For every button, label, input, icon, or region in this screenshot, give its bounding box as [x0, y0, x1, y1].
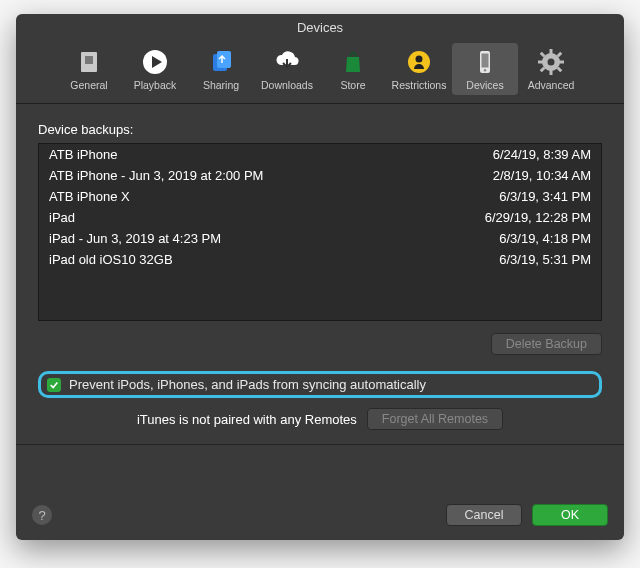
- svg-rect-14: [550, 70, 553, 75]
- svg-rect-15: [538, 61, 543, 64]
- content-area: Device backups: ATB iPhone 6/24/19, 8:39…: [16, 104, 624, 494]
- restrictions-icon: [404, 47, 434, 77]
- gear-icon: [536, 47, 566, 77]
- svg-point-12: [548, 59, 555, 66]
- toolbar: General Playback Sharing Downloads Store: [16, 39, 624, 104]
- svg-rect-13: [550, 49, 553, 54]
- backup-date: 6/24/19, 8:39 AM: [493, 147, 591, 162]
- prevent-sync-row[interactable]: Prevent iPods, iPhones, and iPads from s…: [38, 371, 602, 398]
- svg-point-10: [484, 69, 486, 71]
- tab-store[interactable]: Store: [320, 43, 386, 95]
- tab-advanced[interactable]: Advanced: [518, 43, 584, 95]
- svg-rect-9: [482, 54, 489, 68]
- tab-sharing[interactable]: Sharing: [188, 43, 254, 95]
- backup-name: iPad old iOS10 32GB: [49, 252, 173, 267]
- device-backups-label: Device backups:: [38, 122, 602, 137]
- backup-date: 6/3/19, 4:18 PM: [499, 231, 591, 246]
- table-row[interactable]: ATB iPhone - Jun 3, 2019 at 2:00 PM 2/8/…: [39, 165, 601, 186]
- remotes-row: iTunes is not paired with any Remotes Fo…: [38, 408, 602, 430]
- backup-name: ATB iPhone X: [49, 189, 130, 204]
- help-button[interactable]: ?: [32, 505, 52, 525]
- divider: [16, 444, 624, 445]
- table-row[interactable]: iPad 6/29/19, 12:28 PM: [39, 207, 601, 228]
- tab-general[interactable]: General: [56, 43, 122, 95]
- table-row[interactable]: iPad old iOS10 32GB 6/3/19, 5:31 PM: [39, 249, 601, 270]
- backup-date: 6/3/19, 5:31 PM: [499, 252, 591, 267]
- general-icon: [74, 47, 104, 77]
- tab-playback[interactable]: Playback: [122, 43, 188, 95]
- toolbar-label: General: [70, 79, 107, 91]
- toolbar-label: Playback: [134, 79, 177, 91]
- preferences-window: Devices General Playback Sharing Downloa…: [16, 14, 624, 540]
- toolbar-label: Store: [340, 79, 365, 91]
- device-icon: [470, 47, 500, 77]
- toolbar-label: Downloads: [261, 79, 313, 91]
- backup-name: iPad: [49, 210, 75, 225]
- footer: ? Cancel OK: [16, 494, 624, 540]
- window-title: Devices: [16, 14, 624, 39]
- ok-button[interactable]: OK: [532, 504, 608, 526]
- backups-list[interactable]: ATB iPhone 6/24/19, 8:39 AM ATB iPhone -…: [38, 143, 602, 321]
- table-row[interactable]: iPad - Jun 3, 2019 at 4:23 PM 6/3/19, 4:…: [39, 228, 601, 249]
- backup-date: 6/3/19, 3:41 PM: [499, 189, 591, 204]
- backup-date: 6/29/19, 12:28 PM: [485, 210, 591, 225]
- backup-name: ATB iPhone - Jun 3, 2019 at 2:00 PM: [49, 168, 263, 183]
- svg-point-7: [416, 56, 423, 63]
- delete-backup-button[interactable]: Delete Backup: [491, 333, 602, 355]
- sharing-icon: [206, 47, 236, 77]
- svg-rect-16: [559, 61, 564, 64]
- backup-date: 2/8/19, 10:34 AM: [493, 168, 591, 183]
- prevent-sync-checkbox[interactable]: [47, 378, 61, 392]
- backup-name: iPad - Jun 3, 2019 at 4:23 PM: [49, 231, 221, 246]
- toolbar-label: Restrictions: [392, 79, 447, 91]
- cancel-button[interactable]: Cancel: [446, 504, 522, 526]
- tab-downloads[interactable]: Downloads: [254, 43, 320, 95]
- bag-icon: [338, 47, 368, 77]
- table-row[interactable]: ATB iPhone X 6/3/19, 3:41 PM: [39, 186, 601, 207]
- svg-rect-5: [217, 51, 231, 68]
- toolbar-label: Sharing: [203, 79, 239, 91]
- cloud-download-icon: [272, 47, 302, 77]
- tab-restrictions[interactable]: Restrictions: [386, 43, 452, 95]
- svg-rect-1: [85, 56, 93, 64]
- backup-name: ATB iPhone: [49, 147, 117, 162]
- remotes-status: iTunes is not paired with any Remotes: [137, 412, 357, 427]
- tab-devices[interactable]: Devices: [452, 43, 518, 95]
- prevent-sync-label: Prevent iPods, iPhones, and iPads from s…: [69, 377, 426, 392]
- toolbar-label: Advanced: [528, 79, 575, 91]
- forget-remotes-button[interactable]: Forget All Remotes: [367, 408, 503, 430]
- toolbar-label: Devices: [466, 79, 503, 91]
- play-icon: [140, 47, 170, 77]
- table-row[interactable]: ATB iPhone 6/24/19, 8:39 AM: [39, 144, 601, 165]
